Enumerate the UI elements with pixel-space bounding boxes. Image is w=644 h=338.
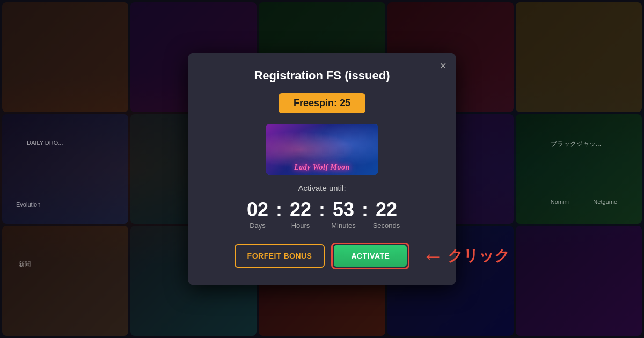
freespin-container: Freespin: 25 (209, 93, 435, 124)
click-text: クリック (448, 246, 510, 266)
activate-until-label: Activate until: (209, 183, 435, 193)
separator-3: : (360, 200, 370, 219)
countdown-minutes: 53 Minutes (327, 200, 360, 230)
close-button[interactable]: × (440, 60, 447, 72)
activate-button[interactable]: ACTIVATE (334, 245, 407, 267)
hours-label: Hours (291, 222, 310, 230)
action-buttons: FORFEIT BONUS ACTIVATE ← クリック (209, 243, 435, 269)
seconds-value: 22 (376, 200, 397, 219)
minutes-value: 53 (333, 200, 354, 219)
days-value: 02 (247, 200, 268, 219)
modal-title: Registration FS (issued) (209, 69, 435, 83)
hours-value: 22 (290, 200, 311, 219)
arrow-icon: ← (422, 245, 443, 267)
seconds-label: Seconds (373, 222, 400, 230)
countdown-timer: 02 Days : 22 Hours : 53 Minutes : 22 Sec… (209, 200, 435, 230)
game-title: Lady Wolf Moon (294, 163, 350, 172)
freespin-badge: Freespin: 25 (279, 93, 365, 113)
days-label: Days (250, 222, 266, 230)
modal-dialog: × Registration FS (issued) Freespin: 25 … (188, 53, 456, 285)
lady-wolf-background: Lady Wolf Moon (266, 124, 378, 175)
game-image-container: Lady Wolf Moon (209, 124, 435, 175)
activate-button-wrapper: ACTIVATE ← クリック (331, 243, 409, 269)
countdown-hours: 22 Hours (284, 200, 317, 230)
separator-1: : (274, 200, 284, 219)
forfeit-button[interactable]: FORFEIT BONUS (235, 244, 325, 268)
minutes-label: Minutes (331, 222, 356, 230)
separator-2: : (317, 200, 327, 219)
countdown-seconds: 22 Seconds (370, 200, 402, 230)
modal-overlay: × Registration FS (issued) Freespin: 25 … (0, 0, 644, 338)
game-image: Lady Wolf Moon (266, 124, 378, 175)
countdown-days: 02 Days (241, 200, 274, 230)
click-annotation: ← クリック (422, 245, 510, 267)
